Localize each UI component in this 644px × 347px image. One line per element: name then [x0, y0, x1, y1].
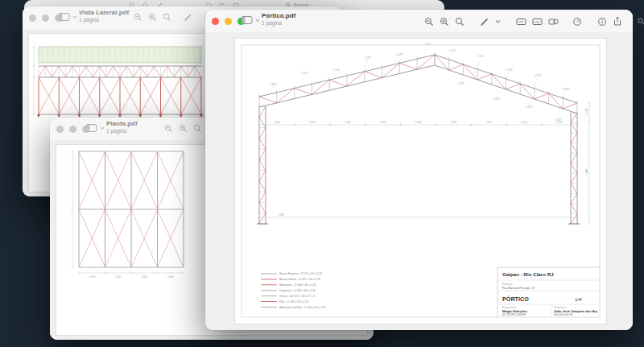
- search-icon: [638, 18, 644, 25]
- close-button[interactable]: [212, 18, 219, 25]
- dim-label: 1.574: [477, 55, 484, 58]
- dim-label: 2.000: [380, 121, 386, 124]
- sheet-number: 1/4: [575, 296, 582, 302]
- sidebar-toggle-button[interactable]: [241, 15, 260, 25]
- company-name: Magia Soluções: [502, 309, 528, 313]
- chevron-down-icon: [255, 19, 260, 23]
- dim-label: 1.800: [270, 83, 276, 86]
- owner-name: João José Joaquim dos Anj: [554, 309, 597, 313]
- window-portico: Pórtico.pdf 1 página Buscar: [205, 10, 633, 330]
- portico-toolbar: Buscar: [424, 16, 644, 27]
- share-icon[interactable]: [613, 16, 622, 27]
- dim-label: 1.574: [333, 68, 340, 72]
- chevron-down-icon: [100, 126, 105, 130]
- portico-sheet: 1.8001.5741.5741.5741.5741.5741.5741.574…: [235, 39, 606, 324]
- info-icon[interactable]: [597, 17, 607, 27]
- dim-label: 1.574: [457, 82, 464, 85]
- legend-item: Montantes - U 100 x 40 x 2,25: [279, 283, 316, 287]
- signature-icon[interactable]: [532, 17, 543, 27]
- dim-label: 1.574: [449, 49, 456, 52]
- sidebar-icon: [58, 12, 71, 22]
- portico-traffic-lights: [212, 18, 245, 25]
- dim-label: 2.000: [167, 275, 174, 279]
- dim-label: 1.574: [526, 105, 532, 109]
- chevron-down-icon[interactable]: [495, 19, 501, 24]
- close-button[interactable]: [29, 14, 36, 22]
- adjust-dial-icon[interactable]: [572, 17, 582, 27]
- sidebar-toggle-button[interactable]: [58, 12, 77, 22]
- zoom-out-icon[interactable]: [134, 13, 142, 22]
- address-label: Endereço:: [502, 283, 513, 286]
- dim-label: 2.000: [274, 121, 280, 124]
- zoom-fit-icon[interactable]: [455, 17, 464, 27]
- vista-traffic-lights: [29, 14, 62, 22]
- minimize-button[interactable]: [69, 126, 76, 133]
- desktop: { "colors": { "accent_red": "#c4574e", "…: [0, 0, 644, 347]
- zoom-in-icon[interactable]: [179, 124, 188, 133]
- dim-label: 1.900: [278, 213, 285, 217]
- project-title: Galpao - Rio Claro RJ: [502, 271, 554, 277]
- textbox-icon[interactable]: [516, 17, 526, 27]
- zoom-out-icon[interactable]: [164, 124, 173, 133]
- dim-label: 1.574: [396, 53, 402, 56]
- chevron-down-icon: [72, 15, 77, 19]
- dim-label: 7.040: [585, 169, 588, 176]
- dim-label: 2.000: [309, 121, 316, 124]
- dim-label: 2.000: [89, 275, 95, 279]
- dim-label: 1.574: [424, 43, 431, 46]
- zoom-out-icon[interactable]: [424, 17, 434, 27]
- sidebar-icon: [85, 123, 98, 133]
- dim-label: 1.800: [563, 88, 569, 91]
- legend-item: Banzo Inferior - U 127 x 50 x 2,25: [279, 278, 320, 281]
- dim-label: 1.574: [301, 72, 308, 75]
- dim-label: 1.574: [493, 97, 500, 101]
- portico-page: 1.8001.5741.5741.5741.5741.5741.5741.574…: [235, 39, 606, 324]
- legend: Banzo Superior - U 127 x 50 x 2,25 Banzo…: [261, 272, 326, 308]
- legend-item: Montantes do Pilar - U 135 x 50 x 2,25: [279, 306, 326, 309]
- legend-item: Pilar - U 135 x 50 x 2,25: [279, 300, 308, 304]
- dim-label: 2.000: [556, 121, 563, 124]
- close-button[interactable]: [56, 126, 64, 133]
- search-input[interactable]: Buscar: [638, 18, 644, 25]
- zoom-in-icon[interactable]: [148, 13, 157, 22]
- company-doc: 42.528.995.1000/89: [502, 313, 526, 316]
- dim-label: 1.790: [585, 109, 588, 115]
- dim-label: 2.000: [521, 121, 527, 124]
- dim-label: 1.574: [365, 56, 371, 60]
- minimize-button[interactable]: [42, 14, 49, 22]
- dim-label: 2.000: [485, 121, 492, 124]
- title-block: Galpao - Rio Claro RJ Endereço: Rua Mari…: [497, 267, 600, 317]
- zoom-in-icon[interactable]: [440, 17, 449, 27]
- window-title: Pórtico.pdf 1 página: [262, 13, 295, 27]
- dim-label: 2.000: [451, 121, 457, 124]
- dim-label: 2.000: [415, 121, 422, 124]
- owner-doc: 000.000.000-98: [554, 313, 572, 316]
- sidebar-toggle-button[interactable]: [85, 123, 105, 133]
- dim-label: 1.574: [506, 68, 513, 72]
- minimize-button[interactable]: [225, 18, 232, 25]
- markup-pencil-icon[interactable]: [184, 13, 192, 22]
- address-value: Rua Mariano Procópio, 37: [502, 287, 535, 290]
- shapes-icon[interactable]: [548, 17, 559, 27]
- zoom-fit-icon[interactable]: [193, 124, 202, 133]
- dim-label: 1.574: [535, 74, 541, 77]
- zoom-fit-icon[interactable]: [163, 13, 171, 22]
- planta-traffic-lights: [56, 126, 89, 133]
- portico-drawing: 1.8001.5741.5741.5741.5741.5741.5741.574…: [257, 43, 591, 224]
- dim-label: 2.000: [141, 275, 147, 279]
- portico-titlebar[interactable]: Pórtico.pdf 1 página Buscar: [205, 10, 633, 33]
- sheet-name: PÓRTICO: [502, 295, 529, 303]
- dim-label: 2.000: [115, 275, 122, 279]
- window-title: Vista Lateral.pdf 1 página: [79, 10, 129, 23]
- legend-item: Banzo Superior - U 127 x 50 x 2,25: [279, 272, 322, 275]
- window-title: Planta.pdf 1 página: [106, 121, 138, 134]
- legend-item: Diagonais - U 100 x 40 x 2,25: [279, 289, 316, 292]
- portico-canvas: 1.8001.5741.5741.5741.5741.5741.5741.574…: [205, 32, 633, 330]
- legend-item: Terças - Ue 127 x 50 x 17 x 3: [279, 295, 315, 298]
- markup-pencil-icon[interactable]: [480, 17, 489, 27]
- dim-label: 2.000: [345, 121, 351, 124]
- sidebar-icon: [241, 15, 254, 25]
